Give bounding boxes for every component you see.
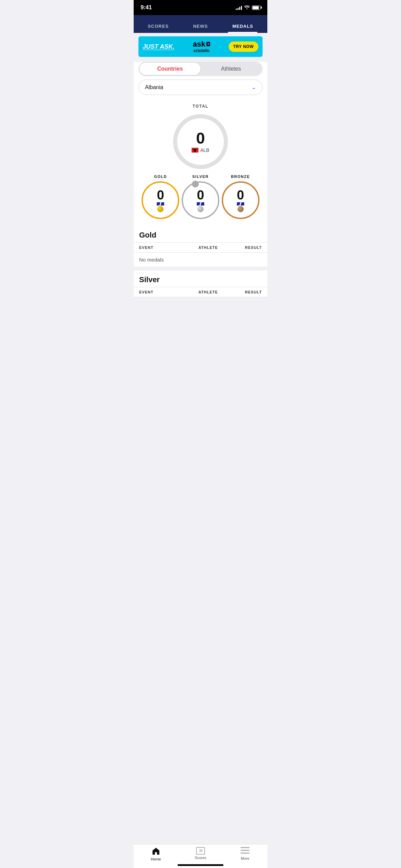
silver-label: SILVER [192,174,209,179]
total-count: 0 [196,130,205,146]
silver-section-header: Silver [134,270,267,287]
bronze-coin-icon [238,206,244,212]
bronze-medal-item: BRONZE 0 [222,174,259,219]
country-code: ALB [200,147,209,153]
silver-section-title: Silver [139,275,160,284]
total-label: TOTAL [134,104,267,109]
ad-brand-name: ask [193,40,205,48]
gold-medal-item: GOLD 0 [142,174,179,219]
bronze-label: BRONZE [231,174,250,179]
silver-col-athlete: ATHLETE [185,290,231,294]
segment-control: Countries Athletes [138,62,263,76]
bronze-ribbon [237,202,244,206]
signal-icon [236,5,242,10]
gold-circle: 0 [142,181,179,219]
gold-col-event: EVENT [139,245,185,250]
gold-coin-icon [157,206,163,212]
tab-news[interactable]: NEWS [179,24,221,33]
wifi-icon [244,5,250,10]
total-circle: 0 ALB [173,114,228,169]
silver-ribbon [197,202,204,206]
silver-col-event: EVENT [139,290,185,294]
silver-table-header: EVENT ATHLETE RESULT [134,287,267,297]
gold-count: 0 [157,189,164,202]
status-icons [236,5,260,10]
gold-no-medals: No medals [134,253,267,267]
silver-circle: 0 [182,181,219,219]
medal-row: GOLD 0 SILVER 0 [141,174,260,219]
ad-banner[interactable]: JUST ASK. ask ≡ cricinfo TRY NOW [138,36,263,57]
country-dropdown[interactable]: Albania ⌄ [138,80,263,95]
tab-medals[interactable]: MEDALS [222,24,264,33]
segment-countries[interactable]: Countries [139,63,200,75]
silver-medal-icon [197,202,204,212]
battery-icon [252,5,260,10]
bronze-count: 0 [237,189,244,202]
ad-brand-icon: ≡ [206,42,210,46]
ad-try-button[interactable]: TRY NOW [229,41,259,52]
country-indicator: ALB [192,147,209,153]
ad-left-text: JUST ASK. [143,43,174,50]
albania-flag [192,148,198,153]
bronze-medal-icon [237,202,244,212]
silver-coin-icon [197,206,204,212]
main-content: JUST ASK. ask ≡ cricinfo TRY NOW Countri… [134,36,267,331]
gold-label: GOLD [154,174,167,179]
ad-center: ask ≡ cricinfo [193,40,210,53]
gold-section-title: Gold [139,231,156,239]
silver-medal-item: SILVER 0 [182,174,219,219]
bronze-circle: 0 [222,181,259,219]
total-circle-container: 0 ALB [134,114,267,169]
tab-scores[interactable]: SCORES [137,24,179,33]
country-dropdown-container: Albania ⌄ [138,80,263,95]
gold-col-result: RESULT [231,245,262,250]
nav-tabs: SCORES NEWS MEDALS [134,15,267,33]
total-section: TOTAL 0 ALB [134,100,267,169]
content-area: Countries Athletes Albania ⌄ TOTAL 0 ALB [134,62,267,297]
segment-athletes[interactable]: Athletes [200,63,262,75]
gold-col-athlete: ATHLETE [185,245,231,250]
gold-ribbon [157,202,164,206]
gold-table-header: EVENT ATHLETE RESULT [134,242,267,253]
separator-1 [134,267,267,270]
chevron-down-icon: ⌄ [252,84,256,91]
dropdown-selected-value: Albania [145,84,163,91]
status-bar: 9:41 [134,0,267,15]
gold-section-header: Gold [134,226,267,242]
silver-count: 0 [197,189,204,202]
ad-brand-sub: cricinfo [193,48,209,53]
gold-medal-icon [157,202,164,212]
status-time: 9:41 [141,4,152,11]
silver-col-result: RESULT [231,290,262,294]
silver-dot-indicator [192,181,199,188]
